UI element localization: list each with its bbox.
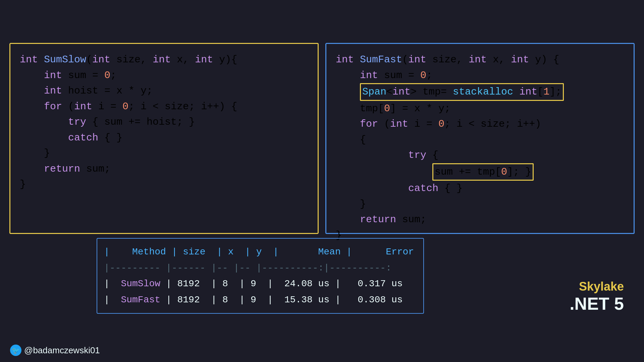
- net5-label: .NET 5: [570, 294, 624, 314]
- twitter-icon: 🐦: [10, 345, 21, 356]
- panel-fast: int SumFast(int size, int x, int y) { in…: [325, 43, 635, 234]
- table-row-sumslow: | SumSlow | 8192 | 8 | 9 | 24.08 us | 0.…: [104, 276, 414, 292]
- table-separator: |--------- |------ |-- |-- |----------:|…: [104, 260, 414, 276]
- benchmark-table: | Method | size | x | y | Mean | Error |…: [97, 238, 424, 314]
- table-row-sumfast: | SumFast | 8192 | 8 | 9 | 15.38 us | 0.…: [104, 292, 414, 308]
- branding: Skylake .NET 5: [570, 280, 624, 314]
- skylake-label: Skylake: [570, 280, 624, 294]
- twitter-username: @badamczewski01: [24, 345, 100, 356]
- twitter-handle: 🐦 @badamczewski01: [10, 345, 100, 356]
- table-header: | Method | size | x | y | Mean | Error: [104, 244, 414, 260]
- code-fast: int SumFast(int size, int x, int y) { in…: [336, 52, 624, 243]
- panel-slow: int SumSlow(int size, int x, int y){ int…: [9, 43, 319, 234]
- code-slow: int SumSlow(int size, int x, int y){ int…: [20, 52, 308, 192]
- table-section: | Method | size | x | y | Mean | Error |…: [0, 238, 644, 314]
